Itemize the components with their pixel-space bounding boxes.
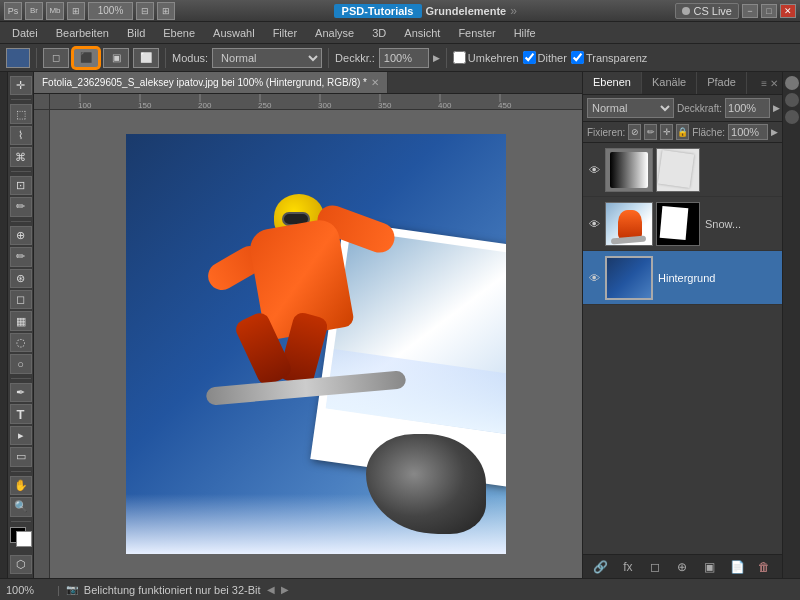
status-nav-left[interactable]: ◀: [267, 584, 275, 595]
menu-fenster[interactable]: Fenster: [450, 25, 503, 41]
svg-text:250: 250: [258, 101, 272, 110]
transparenz-checkbox-label[interactable]: Transparenz: [571, 51, 647, 64]
panel-menu-icon[interactable]: ≡: [761, 78, 767, 89]
eyedropper-tool[interactable]: ✏: [10, 197, 32, 216]
extend-icon[interactable]: »: [510, 4, 517, 18]
mb-icon[interactable]: Mb: [46, 2, 64, 20]
delete-layer-btn[interactable]: 🗑: [754, 558, 774, 576]
menu-datei[interactable]: Datei: [4, 25, 46, 41]
fix-position-btn[interactable]: ✛: [660, 124, 673, 140]
zoom-tool[interactable]: 🔍: [10, 497, 32, 516]
panel-collapse-icon[interactable]: ✕: [770, 78, 778, 89]
eraser-tool[interactable]: ◻: [10, 290, 32, 309]
fill-arrow-icon[interactable]: ▶: [771, 127, 778, 137]
fix-all-btn[interactable]: 🔒: [676, 124, 689, 140]
spot-healing-tool[interactable]: ⊕: [10, 226, 32, 245]
brush-lighten-btn[interactable]: ▣: [103, 48, 129, 68]
brush-tool[interactable]: ✏: [10, 247, 32, 266]
menu-ebene[interactable]: Ebene: [155, 25, 203, 41]
tab-kanaele[interactable]: Kanäle: [642, 72, 697, 94]
menu-3d[interactable]: 3D: [364, 25, 394, 41]
opacity-arrow[interactable]: ▶: [433, 53, 440, 63]
opacity-input[interactable]: [725, 98, 770, 118]
layer-item-snow[interactable]: 👁 Snow...: [583, 197, 782, 251]
foreground-color-swatch[interactable]: [6, 48, 30, 68]
crop-tool[interactable]: ⊡: [10, 176, 32, 195]
minimize-btn[interactable]: −: [742, 4, 758, 18]
edge-icon-3[interactable]: [785, 110, 799, 124]
dither-checkbox-label[interactable]: Dither: [523, 51, 567, 64]
layout-icon[interactable]: ⊞: [67, 2, 85, 20]
tab-pfade[interactable]: Pfade: [697, 72, 747, 94]
dither-checkbox[interactable]: [523, 51, 536, 64]
blur-tool[interactable]: ◌: [10, 333, 32, 352]
menu-ansicht[interactable]: Ansicht: [396, 25, 448, 41]
path-selection-tool[interactable]: ▸: [10, 426, 32, 445]
shape-tool[interactable]: ▭: [10, 447, 32, 466]
lasso-tool[interactable]: ⌇: [10, 126, 32, 145]
clone-stamp-tool[interactable]: ⊛: [10, 269, 32, 288]
new-group-btn[interactable]: ▣: [700, 558, 720, 576]
tab-ebenen[interactable]: Ebenen: [583, 72, 642, 94]
brush-color-btn[interactable]: ⬜: [133, 48, 159, 68]
gradient-tool[interactable]: ▦: [10, 311, 32, 330]
dodge-tool[interactable]: ○: [10, 354, 32, 373]
layer-eye-adjustment[interactable]: 👁: [586, 162, 602, 178]
marquee-tool[interactable]: ⬚: [10, 104, 32, 123]
close-btn[interactable]: ✕: [780, 4, 796, 18]
quick-mask-btn[interactable]: ⬡: [10, 555, 32, 574]
layer-eye-snow[interactable]: 👁: [586, 216, 602, 232]
transparenz-checkbox[interactable]: [571, 51, 584, 64]
maximize-btn[interactable]: □: [761, 4, 777, 18]
layer-eye-hintergrund[interactable]: 👁: [586, 270, 602, 286]
canvas-tab-active[interactable]: Fotolia_23629605_S_aleksey ipatov.jpg be…: [34, 72, 388, 93]
pen-tool[interactable]: ✒: [10, 383, 32, 402]
umkehren-checkbox-label[interactable]: Umkehren: [453, 51, 519, 64]
fill-input[interactable]: [728, 124, 768, 140]
zoom-select[interactable]: 100%: [88, 2, 133, 20]
menu-hilfe[interactable]: Hilfe: [506, 25, 544, 41]
move-tool[interactable]: ✛: [10, 76, 32, 95]
magic-wand-tool[interactable]: ⌘: [10, 147, 32, 166]
br-icon[interactable]: Br: [25, 2, 43, 20]
ps-icon[interactable]: Ps: [4, 2, 22, 20]
new-layer-btn[interactable]: 📄: [727, 558, 747, 576]
view-icon[interactable]: ⊟: [136, 2, 154, 20]
menu-auswahl[interactable]: Auswahl: [205, 25, 263, 41]
brush-darken-btn[interactable]: ⬛: [73, 48, 99, 68]
adjustment-layer-btn[interactable]: ⊕: [672, 558, 692, 576]
type-tool[interactable]: T: [10, 404, 32, 423]
fix-transparent-btn[interactable]: ⊘: [628, 124, 641, 140]
fix-pixel-btn[interactable]: ✏: [644, 124, 657, 140]
status-sep: |: [57, 584, 60, 596]
canvas-tab-close[interactable]: ✕: [371, 77, 379, 88]
layer-item-hintergrund[interactable]: 👁 Hintergrund: [583, 251, 782, 305]
layer-thumb-hintergrund: [605, 256, 653, 300]
color-swatches[interactable]: [10, 527, 32, 546]
cs-live-btn[interactable]: CS Live: [675, 3, 739, 19]
layer-item-adjustment[interactable]: 👁: [583, 143, 782, 197]
umkehren-checkbox[interactable]: [453, 51, 466, 64]
hand-tool[interactable]: ✋: [10, 476, 32, 495]
brush-normal-btn[interactable]: ◻: [43, 48, 69, 68]
canvas-viewport[interactable]: [50, 110, 582, 578]
menu-bild[interactable]: Bild: [119, 25, 153, 41]
menu-analyse[interactable]: Analyse: [307, 25, 362, 41]
edge-icon-1[interactable]: [785, 76, 799, 90]
layer-mask-btn[interactable]: ◻: [645, 558, 665, 576]
layer-style-btn[interactable]: fx: [618, 558, 638, 576]
layer-blend-select[interactable]: Normal Multiplizieren Aufhellen: [587, 98, 674, 118]
edge-icon-2[interactable]: [785, 93, 799, 107]
mode-select[interactable]: Normal Multiplizieren Aufhellen: [212, 48, 322, 68]
arrange-icon[interactable]: ⊞: [157, 2, 175, 20]
psd-tutorials-btn[interactable]: PSD-Tutorials: [334, 4, 422, 18]
opacity-input[interactable]: [379, 48, 429, 68]
status-zoom[interactable]: 100%: [6, 584, 51, 596]
menu-filter[interactable]: Filter: [265, 25, 305, 41]
menu-bearbeiten[interactable]: Bearbeiten: [48, 25, 117, 41]
status-nav-right[interactable]: ▶: [281, 584, 289, 595]
opacity-arrow-icon[interactable]: ▶: [773, 103, 780, 113]
background-swatch[interactable]: [16, 531, 32, 547]
link-layers-btn[interactable]: 🔗: [591, 558, 611, 576]
dither-label: Dither: [538, 52, 567, 64]
